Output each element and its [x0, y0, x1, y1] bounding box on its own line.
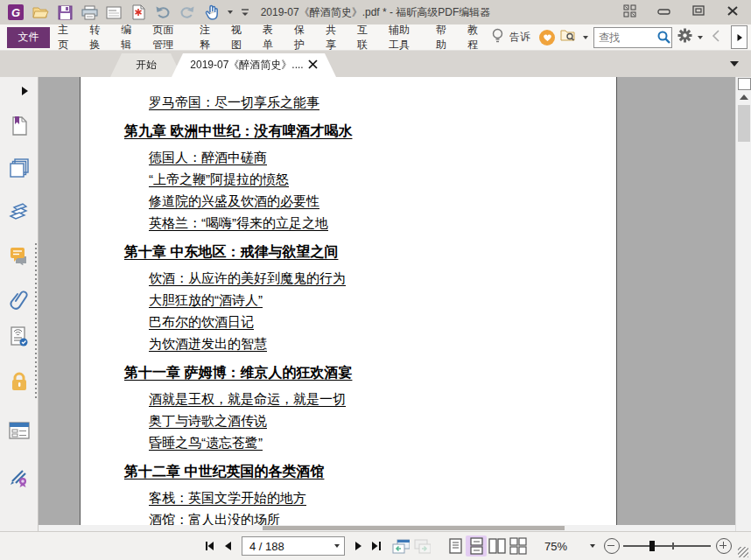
toc-entry[interactable]: 奥丁与诗歌之酒传说: [149, 410, 616, 431]
previous-view-button[interactable]: [392, 536, 410, 556]
email-icon[interactable]: [105, 4, 123, 21]
menu-item-2[interactable]: 编辑: [113, 24, 144, 50]
toc-entry[interactable]: 客栈：英国文学开始的地方: [149, 486, 616, 508]
toc-entry[interactable]: 为饮酒迸发出的智慧: [149, 332, 616, 354]
undo-icon[interactable]: [154, 4, 172, 21]
prev-page-button[interactable]: [219, 536, 236, 556]
hand-tool-icon[interactable]: [203, 4, 221, 21]
close-button[interactable]: [726, 4, 739, 20]
toc-chapter-heading[interactable]: 第十章 中东地区：戒律与欲望之间: [124, 241, 616, 263]
search-folder-dropdown-icon[interactable]: [583, 36, 588, 39]
next-page-button[interactable]: [350, 536, 368, 556]
menu-item-8[interactable]: 共享: [318, 24, 349, 50]
toc-entry[interactable]: 巴布尔的饮酒日记: [149, 311, 616, 332]
comments-panel-icon[interactable]: [9, 245, 30, 266]
maximize-button[interactable]: [692, 4, 705, 20]
facing-view-button[interactable]: [487, 536, 508, 556]
menu-file-button[interactable]: 文件: [7, 27, 50, 48]
security-panel-icon[interactable]: [9, 371, 30, 392]
search-folder-icon[interactable]: [560, 28, 578, 46]
toc-entry[interactable]: 昏睡之鸟“遗忘苍鹭”: [149, 431, 616, 453]
horizontal-scrollbar-thumb[interactable]: [263, 526, 565, 530]
menu-item-11[interactable]: 帮助: [428, 24, 460, 50]
find-search-input[interactable]: [594, 32, 656, 44]
toc-entry[interactable]: 酒就是王权，就是命运，就是一切: [149, 388, 616, 410]
menu-item-5[interactable]: 视图: [223, 24, 255, 50]
horizontal-scrollbar[interactable]: [39, 525, 735, 531]
toc-entry[interactable]: 饮酒：从应许的美好到魔鬼的行为: [149, 267, 616, 289]
menu-item-3[interactable]: 页面管理: [144, 24, 192, 50]
bookmarks-panel-icon[interactable]: [9, 116, 30, 136]
tab-document[interactable]: 2019-07《醉酒简史》....: [172, 53, 336, 77]
save-icon[interactable]: [56, 4, 74, 21]
tab-document-label: 2019-07《醉酒简史》....: [190, 58, 303, 73]
redo-icon[interactable]: [179, 4, 196, 21]
page-number-box[interactable]: 4 / 188: [242, 536, 345, 556]
fields-panel-icon[interactable]: [9, 420, 30, 441]
first-page-button[interactable]: [201, 536, 219, 556]
zoom-dropdown-icon[interactable]: [590, 544, 595, 548]
minimize-button[interactable]: [657, 4, 671, 20]
toc-entry[interactable]: 修道院的兴盛及饮酒的必要性: [149, 190, 616, 212]
layers-panel-icon[interactable]: [9, 201, 30, 222]
switch-ui-layout-icon[interactable]: [623, 4, 636, 21]
zoom-out-button[interactable]: [604, 538, 620, 554]
last-page-button[interactable]: [368, 536, 385, 556]
tab-list-dropdown-icon[interactable]: [730, 61, 739, 66]
print-icon[interactable]: [81, 4, 98, 21]
hand-tool-dropdown-icon[interactable]: [228, 10, 233, 14]
resize-grip[interactable]: [738, 547, 748, 557]
menu-item-12[interactable]: 教程: [460, 24, 491, 50]
menu-item-7[interactable]: 保护: [286, 24, 318, 50]
favorite-heart-icon[interactable]: [539, 30, 555, 46]
tab-close-icon[interactable]: [307, 59, 319, 70]
toc-entry[interactable]: “上帝之鞭”阿提拉的愤怒: [149, 168, 616, 190]
menu-item-4[interactable]: 注释: [192, 24, 223, 50]
page-thumbnails-panel-icon[interactable]: [9, 158, 30, 178]
page-number-value[interactable]: 4 / 188: [249, 540, 284, 553]
scroll-up-icon[interactable]: [740, 94, 748, 100]
menu-item-0[interactable]: 主页: [50, 24, 81, 50]
expand-panel-icon[interactable]: [14, 80, 35, 102]
vertical-scrollbar[interactable]: [735, 77, 751, 531]
split-view-handle[interactable]: [738, 78, 751, 90]
sidebar-resize-handle[interactable]: [35, 243, 37, 401]
menu-item-1[interactable]: 转换: [81, 24, 113, 50]
sign-panel-icon[interactable]: [9, 467, 30, 488]
toc-entry[interactable]: 酒馆：富人出没的场所: [149, 508, 616, 525]
foxit-logo-icon[interactable]: G: [7, 4, 25, 21]
continuous-facing-view-button[interactable]: [508, 536, 529, 556]
scan-to-pdf-icon[interactable]: [130, 4, 147, 21]
zoom-in-button[interactable]: [716, 538, 732, 554]
single-page-view-button[interactable]: [445, 536, 466, 556]
next-view-button[interactable]: [413, 536, 431, 556]
vertical-scrollbar-thumb[interactable]: [738, 105, 750, 142]
customize-quick-access-icon[interactable]: [240, 4, 250, 21]
menu-item-6[interactable]: 表单: [255, 24, 286, 50]
expand-toolbar-button[interactable]: [731, 25, 747, 49]
application-window: 2019-07《醉酒简史》.pdf * - 福昕高级PDF编辑器 G: [0, 0, 751, 560]
search-icon[interactable]: [656, 30, 671, 45]
zoom-slider-thumb[interactable]: [649, 541, 655, 551]
toc-chapter-heading[interactable]: 第九章 欧洲中世纪：没有啤酒才喝水: [124, 120, 616, 143]
menu-item-9[interactable]: 互联: [349, 24, 381, 50]
back-chevron-icon: [712, 30, 720, 46]
tell-me-label[interactable]: 告诉: [509, 30, 534, 45]
toc-entry[interactable]: 大胆狂放的“酒诗人”: [149, 289, 616, 311]
zoom-slider[interactable]: [623, 539, 711, 553]
digital-signatures-panel-icon[interactable]: [9, 326, 30, 346]
open-file-icon[interactable]: [32, 4, 49, 21]
toc-entry[interactable]: 英格兰：“喝嗨”得来的立足之地: [149, 212, 616, 234]
toc-entry[interactable]: 罗马帝国：尽一切享乐之能事: [149, 91, 616, 113]
toc-entry[interactable]: 德国人：醉酒中磋商: [149, 146, 616, 168]
gear-dropdown-icon[interactable]: [698, 36, 703, 39]
menu-item-10[interactable]: 辅助工具: [381, 24, 428, 50]
continuous-view-button[interactable]: [466, 536, 487, 556]
tab-start[interactable]: 开始: [110, 53, 182, 77]
toc-chapter-heading[interactable]: 第十一章 萨姆博：维京人的狂欢酒宴: [124, 361, 616, 384]
toc-chapter-heading[interactable]: 第十二章 中世纪英国的各类酒馆: [124, 460, 616, 483]
gear-icon[interactable]: [677, 28, 692, 46]
find-search-box: [593, 27, 672, 48]
zoom-level-value[interactable]: 75%: [544, 540, 567, 553]
attachments-panel-icon[interactable]: [9, 289, 30, 310]
